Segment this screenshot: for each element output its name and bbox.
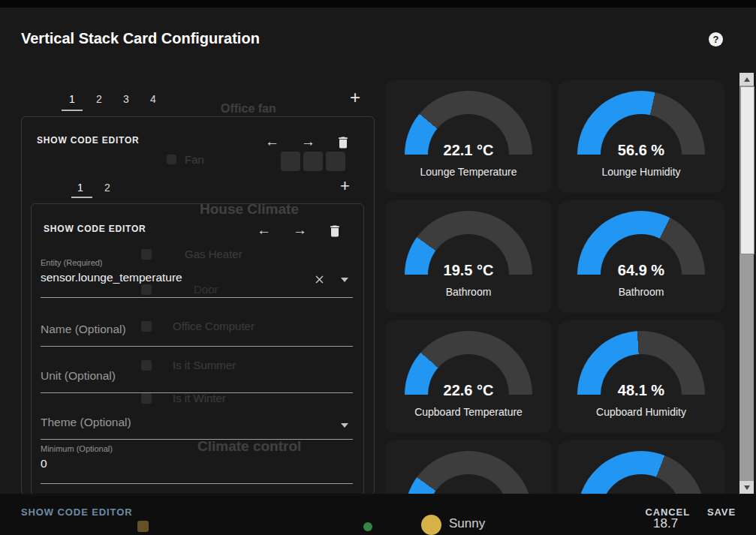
gauge: 22.6 °C	[405, 331, 532, 395]
move-card-before-button[interactable]: ←	[265, 134, 279, 149]
delete-card-button[interactable]	[336, 135, 351, 150]
gauge-card: 22.1 °C Lounge Temperature	[385, 80, 552, 193]
chevron-down-icon[interactable]	[341, 278, 348, 282]
gauge-name: Cupboard Humidity	[558, 406, 724, 418]
gauge: 19.5 °C	[405, 211, 532, 275]
dialog-title: Vertical Stack Card Configuration	[21, 30, 260, 47]
subcard-tab-2[interactable]: 2	[95, 179, 119, 197]
chevron-down-icon[interactable]	[341, 423, 348, 428]
delete-subcard-button[interactable]	[327, 224, 342, 239]
save-button[interactable]: SAVE	[707, 506, 736, 518]
show-code-editor-button[interactable]: SHOW CODE EDITOR	[21, 506, 133, 518]
help-icon[interactable]: ?	[709, 32, 723, 47]
triangle-down-icon	[744, 485, 750, 490]
screen: Office fan Fan House Climate Gas Heater …	[0, 0, 756, 535]
cancel-button[interactable]: CANCEL	[645, 506, 690, 518]
card-preview: 22.1 °C Lounge Temperature 56.6 % Lounge…	[385, 80, 730, 494]
gauge: 22.1 °C	[405, 91, 532, 155]
gauge-name: Bathroom	[385, 286, 552, 298]
gauge-card: 56.6 % Lounge Humidity	[558, 80, 724, 193]
triangle-up-icon	[744, 77, 750, 82]
unit-label: Unit (Optional)	[41, 369, 116, 383]
theme-field[interactable]: Theme (Optional)	[41, 410, 353, 440]
move-subcard-before-button[interactable]: ←	[257, 223, 271, 238]
active-tab-indicator	[62, 110, 83, 111]
show-code-editor-toggle[interactable]: SHOW CODE EDITOR	[44, 224, 146, 234]
scroll-down-button[interactable]	[739, 481, 754, 494]
card-tab-1[interactable]: 1	[60, 90, 84, 108]
gauge-name: Bathroom	[558, 286, 724, 298]
add-card-button[interactable]: +	[350, 89, 360, 107]
add-subcard-button[interactable]: +	[340, 177, 350, 195]
name-field[interactable]: Name (Optional)	[41, 317, 353, 347]
gauge-name: Lounge Temperature	[385, 166, 552, 178]
gauge-value: 56.6 %	[577, 142, 705, 159]
dialog-footer: SHOW CODE EDITOR CANCEL SAVE	[0, 494, 756, 535]
clear-icon[interactable]	[313, 273, 326, 289]
input-underline	[41, 483, 353, 484]
gauge-value: 19.5 °C	[405, 262, 532, 279]
gauge-card	[385, 440, 552, 494]
move-subcard-after-button[interactable]: →	[293, 223, 307, 238]
gauge	[577, 451, 705, 494]
gauge-card: 19.5 °C Bathroom	[385, 200, 552, 313]
gauge-card-editor: SHOW CODE EDITOR ← → Entity (Required) s…	[31, 203, 364, 496]
gauge	[405, 451, 532, 494]
gauge-value: 22.1 °C	[405, 142, 532, 159]
gauge-card: 48.1 % Cupboard Humidity	[558, 320, 724, 433]
gauge-card: 64.9 % Bathroom	[558, 200, 724, 313]
show-code-editor-toggle[interactable]: SHOW CODE EDITOR	[37, 135, 140, 146]
gauge-value: 64.9 %	[577, 262, 705, 279]
scrollbar[interactable]	[739, 73, 754, 494]
minimum-field[interactable]: Minimum (Optional) 0	[41, 444, 353, 484]
unit-field[interactable]: Unit (Optional)	[41, 363, 353, 393]
input-underline	[41, 346, 353, 347]
scroll-up-button[interactable]	[739, 73, 754, 86]
name-label: Name (Optional)	[41, 323, 126, 336]
scrollbar-thumb[interactable]	[740, 86, 754, 254]
card-tab-2[interactable]: 2	[87, 90, 111, 108]
card-tab-4[interactable]: 4	[141, 90, 165, 108]
gauge-name: Cupboard Temperature	[385, 406, 552, 418]
active-subtab-indicator	[71, 197, 92, 198]
entity-input[interactable]: sensor.lounge_temperature	[41, 271, 182, 284]
gauge-card: 22.6 °C Cupboard Temperature	[385, 320, 552, 433]
card-configuration-dialog: Vertical Stack Card Configuration ? 1 2 …	[0, 8, 756, 494]
gauge-card	[558, 440, 724, 494]
theme-label: Theme (Optional)	[41, 416, 131, 429]
gauge: 56.6 %	[577, 91, 705, 155]
minimum-label: Minimum (Optional)	[41, 444, 113, 453]
input-underline	[41, 392, 353, 393]
input-underline	[41, 297, 353, 298]
subcard-tab-1[interactable]: 1	[68, 179, 92, 197]
gauge-value: 48.1 %	[577, 382, 705, 399]
entity-field[interactable]: Entity (Required) sensor.lounge_temperat…	[41, 258, 353, 298]
gauge-name: Lounge Humidity	[558, 166, 724, 178]
gauge-value: 22.6 °C	[405, 382, 532, 399]
stack-card-editor: SHOW CODE EDITOR ← → 1 2 + SHOW CODE EDI…	[21, 116, 375, 495]
gauge: 64.9 %	[577, 211, 705, 275]
card-tab-3[interactable]: 3	[114, 90, 138, 108]
minimum-input[interactable]: 0	[41, 457, 47, 470]
move-card-after-button[interactable]: →	[301, 134, 315, 149]
input-underline	[41, 439, 353, 440]
gauge: 48.1 %	[577, 331, 705, 395]
entity-label: Entity (Required)	[41, 258, 103, 267]
